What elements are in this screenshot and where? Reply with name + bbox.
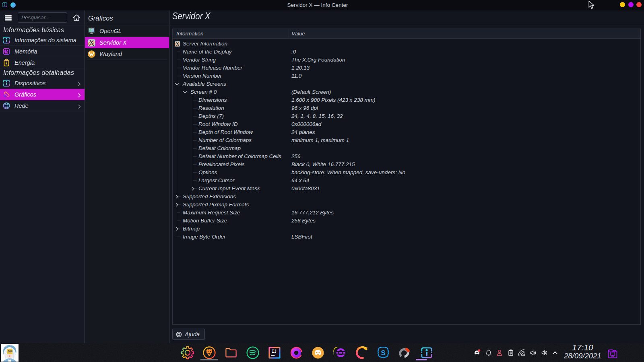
opengl-icon — [87, 27, 96, 35]
minimize-button[interactable] — [620, 2, 625, 7]
table-row[interactable]: Optionsbacking-store: When mapped, save-… — [173, 169, 640, 177]
info-table: Information Value Server InformationName… — [172, 29, 641, 325]
table-row[interactable]: Largest Cursor64 x 64 — [173, 177, 640, 185]
column-information[interactable]: Information — [176, 29, 204, 39]
launcher-intellij-idea[interactable]: IJ — [266, 345, 283, 360]
row-label: Preallocated Pixels — [198, 160, 245, 169]
row-value: :0 — [291, 48, 296, 56]
launcher-settings-gear[interactable] — [179, 345, 196, 360]
svg-text:IJ: IJ — [272, 349, 277, 354]
sidebar-section-title: Informações básicas — [3, 27, 81, 34]
clock-time: 17:10 — [561, 343, 604, 352]
help-button[interactable]: Ajuda — [172, 329, 205, 340]
sidebar-item-memory[interactable]: Memória — [0, 46, 85, 57]
category-item-opengl[interactable]: OpenGL — [85, 25, 169, 37]
row-value: 24 planes — [291, 128, 315, 136]
launcher-info-center[interactable] — [418, 345, 436, 360]
table-row[interactable]: Name of the Display:0 — [173, 48, 640, 56]
table-row[interactable]: Supported Extensions — [173, 193, 640, 201]
home-button[interactable] — [72, 14, 80, 21]
sidebar-item-label: Informações do sistema — [14, 35, 76, 46]
chevron-right-icon — [78, 103, 81, 108]
category-item-wayland[interactable]: Wayland — [85, 48, 169, 60]
table-row[interactable]: Server Information — [173, 40, 640, 48]
tray-notifications-bell[interactable] — [484, 349, 493, 357]
table-row[interactable]: Vendor Release Number1.20.13 — [173, 64, 640, 72]
digital-clock[interactable]: 17:10 28/09/2021 — [561, 343, 604, 362]
column-value[interactable]: Value — [291, 29, 305, 39]
table-row[interactable]: Depth of Root Window24 planes — [173, 128, 640, 136]
window-title: Servidor X — Info Center — [16, 0, 619, 10]
table-row[interactable]: Screen # 0(Default Screen) — [173, 88, 640, 96]
table-row[interactable]: Supported Pixmap Formats — [173, 201, 640, 209]
tray-discord-tray[interactable] — [473, 349, 482, 357]
launcher-spotify[interactable] — [244, 345, 262, 360]
row-label: Default Colormap — [198, 144, 241, 152]
tray-wifi[interactable] — [517, 349, 526, 357]
row-value: 16.777.212 Bytes — [291, 209, 334, 217]
close-button[interactable] — [636, 2, 642, 7]
launcher-brave-browser[interactable] — [200, 345, 218, 360]
tray-user-switcher[interactable] — [495, 349, 504, 357]
table-row[interactable]: Vendor StringThe X.Org Foundation — [173, 56, 640, 64]
user-avatar[interactable]: DUM — [1, 344, 19, 362]
launcher-discord[interactable] — [309, 345, 327, 360]
table-body: Server InformationName of the Display:0V… — [173, 40, 640, 325]
launcher-moon-disc-app[interactable] — [331, 345, 349, 360]
table-row[interactable]: Maximum Request Size16.777.212 Bytes — [173, 209, 640, 217]
tray-microphone-volume[interactable] — [540, 349, 549, 357]
sidebar-section-title: Informações detalhadas — [3, 69, 81, 76]
svg-text:S: S — [381, 349, 386, 357]
row-label: Current Input Event Mask — [198, 185, 260, 193]
launcher-file-manager-folder[interactable] — [222, 345, 240, 360]
tray-volume[interactable] — [528, 349, 537, 357]
table-row[interactable]: Version Number11.0 — [173, 72, 640, 80]
table-row[interactable]: Preallocated PixelsBlack 0, White 16.777… — [173, 160, 640, 169]
titlebar-badge-icon[interactable] — [10, 2, 16, 8]
launcher-purple-ring-app[interactable] — [287, 345, 305, 360]
xorg-small-icon — [175, 41, 180, 47]
launcher-skype[interactable]: S — [374, 345, 392, 360]
sidebar-item-graphics[interactable]: Gráficos — [0, 89, 85, 100]
table-row[interactable]: Resolution96 x 96 dpi — [173, 104, 640, 112]
search-input[interactable] — [18, 12, 67, 23]
category-item-xorg[interactable]: Servidor X — [85, 37, 169, 48]
window-titlebar[interactable]: Servidor X — Info Center — [0, 0, 644, 10]
item-separator — [87, 59, 167, 60]
column-divider[interactable] — [289, 29, 289, 39]
row-value: 256 — [291, 152, 301, 160]
row-value: 0x000006ad — [291, 120, 321, 128]
table-row[interactable]: Root Window ID0x000006ad — [173, 120, 640, 128]
table-header[interactable]: Information Value — [173, 29, 640, 39]
row-value: 24, 1, 4, 8, 15, 16, 32 — [291, 112, 343, 120]
category-panel-title: Gráficos — [88, 10, 113, 25]
maximize-button[interactable] — [628, 2, 634, 7]
sidebar-item-energy[interactable]: Energia — [0, 57, 85, 68]
launcher-garuda-bird[interactable] — [353, 345, 370, 360]
header-divider — [0, 25, 644, 25]
svg-text:DUM: DUM — [8, 350, 12, 353]
menu-hamburger-button[interactable] — [4, 15, 12, 21]
table-row[interactable]: Current Input Event Mask0x00fa8031 — [173, 185, 640, 193]
xorg-icon — [87, 39, 96, 47]
table-row[interactable]: Dimensions1.600 x 900 Pixels (423 x 238 … — [173, 96, 640, 104]
tray-clipboard[interactable] — [506, 349, 515, 357]
sidebar-item-sysinfo[interactable]: Informações do sistema — [0, 35, 85, 46]
sidebar-item-devices[interactable]: Dispositivos — [0, 78, 85, 89]
table-row[interactable]: Motion Buffer Size256 Bytes — [173, 217, 640, 225]
table-row[interactable]: Depths (7)24, 1, 4, 8, 15, 16, 32 — [173, 112, 640, 120]
launcher-gray-swirl-app[interactable] — [396, 345, 414, 360]
show-desktop-icon[interactable] — [607, 347, 621, 359]
table-row[interactable]: Number of Colormapsminimum 1, maximum 1 — [173, 136, 640, 144]
sidebar-item-network[interactable]: Rede — [0, 100, 85, 111]
table-row[interactable]: Default Colormap — [173, 144, 640, 152]
row-label: Options — [198, 169, 217, 177]
row-label: Screen # 0 — [190, 88, 217, 96]
sidebar-item-label: Rede — [14, 100, 29, 111]
table-row[interactable]: Default Number of Colormap Cells256 — [173, 152, 640, 160]
row-value: LSBFirst — [291, 233, 312, 241]
table-row[interactable]: Bitmap — [173, 225, 640, 233]
table-row[interactable]: Image Byte OrderLSBFirst — [173, 233, 640, 241]
clock-date: 28/09/2021 — [558, 352, 607, 360]
table-row[interactable]: Available Screens — [173, 80, 640, 88]
